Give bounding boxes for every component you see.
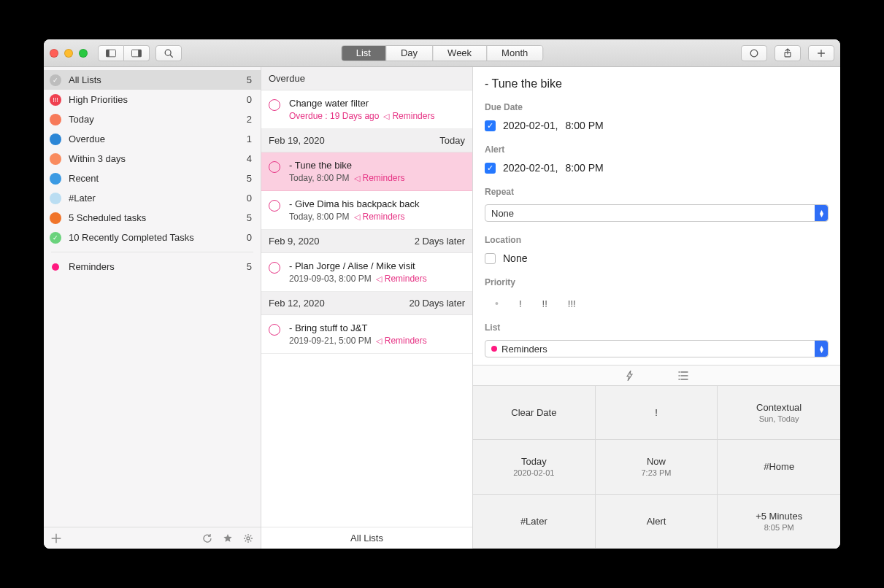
bolt-icon xyxy=(626,371,634,381)
task-checkbox[interactable] xyxy=(269,161,280,173)
detail-title[interactable]: - Tune the bike xyxy=(485,77,829,90)
task-group-header: Overdue xyxy=(261,67,472,90)
priority-row: • ! !! !!! xyxy=(485,295,829,312)
action-cell[interactable]: #Home xyxy=(718,440,840,494)
task-list-name: Reminders xyxy=(392,111,434,121)
sync-button[interactable] xyxy=(741,45,767,61)
detail-column: - Tune the bike Due Date ✓ 2020-02-01, 8… xyxy=(473,67,840,549)
zoom-window-button[interactable] xyxy=(79,49,88,58)
action-label: Now xyxy=(647,456,666,467)
task-group-header: Feb 12, 202020 Days later xyxy=(261,292,472,315)
svg-line-5 xyxy=(170,55,172,57)
toggle-left-sidebar-button[interactable] xyxy=(98,45,124,61)
smartlist-icon xyxy=(50,193,61,204)
favorite-button[interactable] xyxy=(223,533,233,543)
list-icon xyxy=(678,371,688,380)
minimize-window-button[interactable] xyxy=(64,49,73,58)
task-checkbox[interactable] xyxy=(269,262,280,274)
task-title: - Plan Jorge / Alise / Mike visit xyxy=(289,260,465,271)
view-tab-day[interactable]: Day xyxy=(385,46,432,61)
sidebar-item-label: High Priorities xyxy=(69,94,239,105)
svg-point-6 xyxy=(750,50,758,57)
task-checkbox[interactable] xyxy=(269,324,280,336)
body: ✓All Lists5!!!High Priorities0Today2Over… xyxy=(44,67,840,549)
sidebar-item[interactable]: !!!High Priorities0 xyxy=(44,90,261,109)
sidebar-item-count: 4 xyxy=(247,153,252,164)
circle-icon xyxy=(749,48,759,58)
settings-button[interactable] xyxy=(243,533,253,543)
location-value: None xyxy=(503,252,527,264)
sidebar: ✓All Lists5!!!High Priorities0Today2Over… xyxy=(44,67,261,549)
action-cell[interactable]: Clear Date xyxy=(473,386,596,440)
view-tab-list[interactable]: List xyxy=(342,46,385,61)
toggle-right-sidebar-button[interactable] xyxy=(124,45,150,61)
action-cell[interactable]: ContextualSun, Today xyxy=(718,386,840,440)
task-checkbox[interactable] xyxy=(269,200,280,212)
task-list-footer[interactable]: All Lists xyxy=(261,527,472,549)
app-window: ListDayWeekMonth ✓All Lists5!!!High Prio… xyxy=(44,39,840,549)
group-header-left: Overdue xyxy=(269,73,305,84)
smartlist-icon: ✓ xyxy=(50,74,61,86)
list-select[interactable]: Reminders ▴▾ xyxy=(485,340,829,357)
task-row[interactable]: - Plan Jorge / Alise / Mike visit2019-09… xyxy=(261,253,472,292)
due-date-value[interactable]: 2020-02-01, xyxy=(503,120,558,131)
location-checkbox[interactable] xyxy=(485,253,496,264)
view-tab-month[interactable]: Month xyxy=(486,46,542,61)
due-date-checkbox[interactable]: ✓ xyxy=(485,120,496,131)
due-time-value[interactable]: 8:00 PM xyxy=(566,120,604,131)
sidebar-item[interactable]: Recent5 xyxy=(44,169,261,188)
share-button[interactable] xyxy=(775,45,801,61)
action-cell[interactable]: Alert xyxy=(596,495,718,549)
task-checkbox[interactable] xyxy=(269,99,280,111)
task-row[interactable]: - Bring stuff to J&T2019-09-21, 5:00 PM … xyxy=(261,315,472,354)
action-cell[interactable]: #Later xyxy=(473,495,596,549)
alert-time-value[interactable]: 8:00 PM xyxy=(566,162,604,174)
alert-checkbox[interactable]: ✓ xyxy=(485,163,496,174)
sidebar-list: ✓All Lists5!!!High Priorities0Today2Over… xyxy=(44,67,261,527)
sidebar-item[interactable]: Reminders5 xyxy=(44,257,261,276)
alert-icon: ◁ xyxy=(383,112,389,121)
toolbar-right xyxy=(741,45,834,61)
action-cell[interactable]: ! xyxy=(596,386,718,440)
priority-none[interactable]: • xyxy=(495,298,499,309)
smartlist-icon xyxy=(50,153,61,165)
sidebar-item[interactable]: Today2 xyxy=(44,109,261,129)
sidebar-item[interactable]: ✓All Lists5 xyxy=(44,70,261,90)
task-group-header: Feb 19, 2020Today xyxy=(261,129,472,152)
priority-low[interactable]: ! xyxy=(519,298,522,309)
smartlist-icon: ✓ xyxy=(50,232,61,244)
sidebar-item-label: Overdue xyxy=(69,134,239,144)
task-row[interactable]: - Give Dima his backpack backToday, 8:00… xyxy=(261,191,472,230)
action-label: ! xyxy=(655,407,658,418)
group-header-left: Feb 12, 2020 xyxy=(269,298,325,309)
close-window-button[interactable] xyxy=(50,49,58,58)
priority-med[interactable]: !! xyxy=(542,298,547,309)
task-body: - Give Dima his backpack backToday, 8:00… xyxy=(289,198,465,222)
repeat-label: Repeat xyxy=(485,187,829,197)
action-cell[interactable]: +5 Minutes8:05 PM xyxy=(718,495,840,549)
refresh-button[interactable] xyxy=(202,533,212,543)
list-label: List xyxy=(485,322,829,333)
search-button[interactable] xyxy=(155,45,182,61)
add-button[interactable] xyxy=(808,45,834,61)
sidebar-item[interactable]: Within 3 days4 xyxy=(44,149,261,169)
sidebar-item-label: Recent xyxy=(69,173,239,184)
add-list-button[interactable] xyxy=(51,533,61,543)
sidebar-item[interactable]: Overdue1 xyxy=(44,129,261,149)
task-group-header: Feb 9, 20202 Days later xyxy=(261,230,472,253)
alert-date-value[interactable]: 2020-02-01, xyxy=(503,162,558,174)
view-tab-week[interactable]: Week xyxy=(432,46,486,61)
action-cell[interactable]: Now7:23 PM xyxy=(596,440,718,494)
sidebar-item[interactable]: #Later0 xyxy=(44,188,261,208)
task-row[interactable]: Change water filterOverdue : 19 Days ago… xyxy=(261,90,472,129)
action-cell[interactable]: Today2020-02-01 xyxy=(473,440,596,494)
priority-high[interactable]: !!! xyxy=(568,298,576,309)
task-row[interactable]: - Tune the bikeToday, 8:00 PM ◁Reminders xyxy=(261,152,472,191)
list-actions-tab[interactable] xyxy=(678,371,688,380)
sidebar-item[interactable]: 5 Scheduled tasks5 xyxy=(44,208,261,228)
svg-rect-3 xyxy=(138,50,141,57)
sidebar-item-count: 0 xyxy=(247,193,252,204)
sidebar-item[interactable]: ✓10 Recently Completed Tasks0 xyxy=(44,228,261,247)
quick-actions-tab[interactable] xyxy=(626,371,634,381)
repeat-select[interactable]: None ▴▾ xyxy=(485,204,829,222)
